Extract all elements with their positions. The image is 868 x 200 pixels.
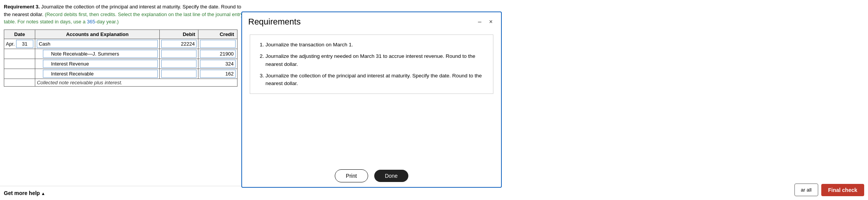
col-header-debit: Debit <box>159 30 198 39</box>
account-input[interactable] <box>43 70 158 78</box>
modal-footer: Print Done <box>242 165 501 187</box>
credit-input[interactable] <box>200 70 236 78</box>
credit-cell <box>198 49 237 59</box>
credit-input[interactable] <box>200 60 236 68</box>
day-highlight: 365 <box>87 19 95 25</box>
credit-input[interactable] <box>200 50 236 58</box>
table-row: Collected note receivable plus interest. <box>4 79 237 86</box>
final-check-button[interactable]: Final check <box>821 184 864 196</box>
credit-cell <box>198 59 237 69</box>
credit-cell <box>198 69 237 79</box>
modal-title: Requirements <box>248 17 301 27</box>
date-cell <box>4 59 35 69</box>
account-input[interactable] <box>43 60 158 68</box>
account-cell <box>35 39 160 49</box>
right-buttons: ar all Final check <box>791 180 868 200</box>
print-button[interactable]: Print <box>335 169 368 182</box>
account-cell <box>35 69 160 79</box>
table-row <box>4 69 237 79</box>
modal-controls: – × <box>476 18 495 26</box>
explanation-text: Collected note receivable plus interest. <box>37 80 122 85</box>
debit-input[interactable] <box>161 70 197 78</box>
debit-input[interactable] <box>161 50 197 58</box>
date-cell <box>4 49 35 59</box>
requirements-modal: Requirements – × Journalize the transact… <box>241 11 502 188</box>
explanation-cell: Collected note receivable plus interest. <box>35 79 237 86</box>
debit-cell <box>159 39 198 49</box>
debit-input[interactable] <box>161 40 197 48</box>
col-header-date: Date <box>4 30 35 39</box>
requirement-text: Requirement 3. Journalize the collection… <box>4 3 249 26</box>
get-more-help-link[interactable]: Get more help <box>4 190 45 196</box>
account-input[interactable] <box>43 50 158 58</box>
account-cell <box>35 59 160 69</box>
date-cell <box>4 79 35 86</box>
credit-cell <box>198 39 237 49</box>
debit-cell <box>159 69 198 79</box>
clear-all-button[interactable]: ar all <box>794 184 818 196</box>
requirement-item-2: Journalize the adjusting entry needed on… <box>265 52 485 68</box>
modal-minimize-button[interactable]: – <box>476 18 484 26</box>
date-month: Apr. <box>6 41 15 47</box>
table-row <box>4 49 237 59</box>
modal-header: Requirements – × <box>242 12 501 30</box>
account-input[interactable] <box>37 40 158 48</box>
requirements-list: Journalize the transaction on March 1. J… <box>258 41 485 87</box>
col-header-credit: Credit <box>198 30 237 39</box>
date-cell <box>4 69 35 79</box>
credit-input[interactable] <box>200 40 236 48</box>
table-row <box>4 59 237 69</box>
date-day-input[interactable] <box>16 40 33 48</box>
col-header-accounts: Accounts and Explanation <box>35 30 160 39</box>
modal-close-button[interactable]: × <box>487 18 495 26</box>
date-cell: Apr. <box>4 39 35 49</box>
table-row: Apr. <box>4 39 237 49</box>
requirement-item-1: Journalize the transaction on March 1. <box>265 41 485 49</box>
debit-cell <box>159 49 198 59</box>
journal-table: Date Accounts and Explanation Debit Cred… <box>4 30 237 87</box>
modal-body: Journalize the transaction on March 1. J… <box>242 30 501 165</box>
done-button[interactable]: Done <box>374 170 408 182</box>
account-cell <box>35 49 160 59</box>
requirements-box: Journalize the transaction on March 1. J… <box>250 34 493 94</box>
bottom-bar: Get more help <box>0 186 253 200</box>
debit-cell <box>159 59 198 69</box>
main-content: Requirement 3. Journalize the collection… <box>0 0 253 90</box>
debit-input[interactable] <box>161 60 197 68</box>
requirement-label: Requirement 3. <box>4 4 40 10</box>
requirement-item-3: Journalize the collection of the princip… <box>265 72 485 88</box>
